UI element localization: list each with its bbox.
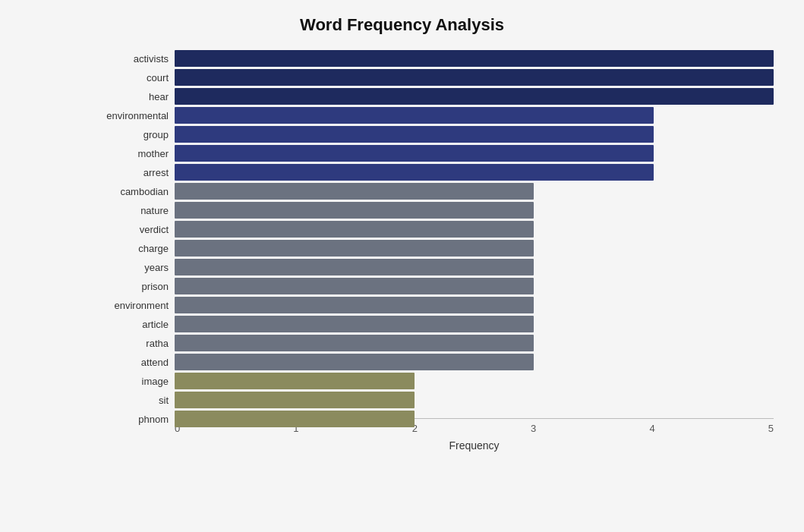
bar-label: hear — [91, 91, 175, 102]
chart-area: activistscourthearenvironmentalgroupmoth… — [91, 50, 774, 415]
bar-row: cambodian — [91, 183, 774, 200]
bar-row: court — [91, 69, 774, 86]
bar-row: environmental — [91, 107, 774, 124]
bar-row: verdict — [91, 221, 774, 238]
chart-title: Word Frequency Analysis — [30, 15, 774, 35]
bar-row: attend — [91, 354, 774, 370]
bar-row: arrest — [91, 164, 774, 181]
bar-label: charge — [91, 243, 175, 254]
bar-label: ratha — [91, 338, 175, 349]
bar-track — [175, 411, 774, 427]
bar-fill — [175, 259, 534, 275]
bar-label: attend — [91, 357, 175, 368]
bar-row: activists — [91, 50, 774, 67]
bar-fill — [175, 107, 654, 124]
bar-track — [175, 316, 774, 332]
bar-row: sit — [91, 392, 774, 408]
chart-container: Word Frequency Analysis activistscourthe… — [0, 0, 804, 532]
bar-label: years — [91, 262, 175, 273]
bar-track — [175, 221, 774, 238]
bar-track — [175, 202, 774, 219]
bar-track — [175, 335, 774, 351]
bar-track — [175, 88, 774, 105]
bar-row: image — [91, 373, 774, 389]
bar-label: prison — [91, 281, 175, 292]
bar-track — [175, 50, 774, 67]
bar-fill — [175, 297, 534, 313]
bar-track — [175, 392, 774, 408]
bar-track — [175, 107, 774, 124]
bar-fill — [175, 354, 534, 370]
bar-label: activists — [91, 53, 175, 65]
bar-label: mother — [91, 148, 175, 159]
bar-label: nature — [91, 205, 175, 216]
bar-track — [175, 164, 774, 181]
bar-label: image — [91, 376, 175, 387]
bar-fill — [175, 164, 654, 181]
bar-track — [175, 240, 774, 257]
bar-fill — [175, 183, 534, 200]
bar-fill — [175, 335, 534, 351]
bar-row: mother — [91, 145, 774, 162]
bar-row: environment — [91, 297, 774, 313]
bar-row: article — [91, 316, 774, 332]
bar-label: phnom — [91, 414, 175, 425]
bar-row: group — [91, 126, 774, 143]
bar-fill — [175, 88, 774, 105]
bar-row: prison — [91, 278, 774, 294]
bar-label: article — [91, 319, 175, 330]
bar-fill — [175, 202, 534, 219]
bar-fill — [175, 373, 415, 389]
bar-track — [175, 297, 774, 313]
bar-track — [175, 278, 774, 294]
bar-fill — [175, 278, 534, 294]
bar-fill — [175, 50, 774, 67]
bar-track — [175, 145, 774, 162]
bar-row: years — [91, 259, 774, 275]
bar-track — [175, 354, 774, 370]
bar-track — [175, 69, 774, 86]
bar-fill — [175, 69, 774, 86]
bar-label: verdict — [91, 224, 175, 235]
bar-row: charge — [91, 240, 774, 257]
bar-row: ratha — [91, 335, 774, 351]
bar-fill — [175, 411, 415, 427]
bar-track — [175, 126, 774, 143]
bar-fill — [175, 240, 534, 257]
bar-label: environment — [91, 300, 175, 311]
bar-label: environmental — [91, 110, 175, 121]
bar-label: cambodian — [91, 186, 175, 197]
bar-label: group — [91, 129, 175, 140]
x-axis-title: Frequency — [449, 439, 499, 452]
bar-row: nature — [91, 202, 774, 219]
bar-label: sit — [91, 395, 175, 406]
bar-track — [175, 373, 774, 389]
bar-row: hear — [91, 88, 774, 105]
bar-fill — [175, 392, 415, 408]
bar-fill — [175, 126, 654, 143]
bar-track — [175, 183, 774, 200]
bar-label: court — [91, 72, 175, 83]
bar-label: arrest — [91, 167, 175, 178]
bar-row: phnom — [91, 411, 774, 427]
bar-track — [175, 259, 774, 275]
bar-fill — [175, 316, 534, 332]
bar-fill — [175, 145, 654, 162]
bar-fill — [175, 221, 534, 238]
